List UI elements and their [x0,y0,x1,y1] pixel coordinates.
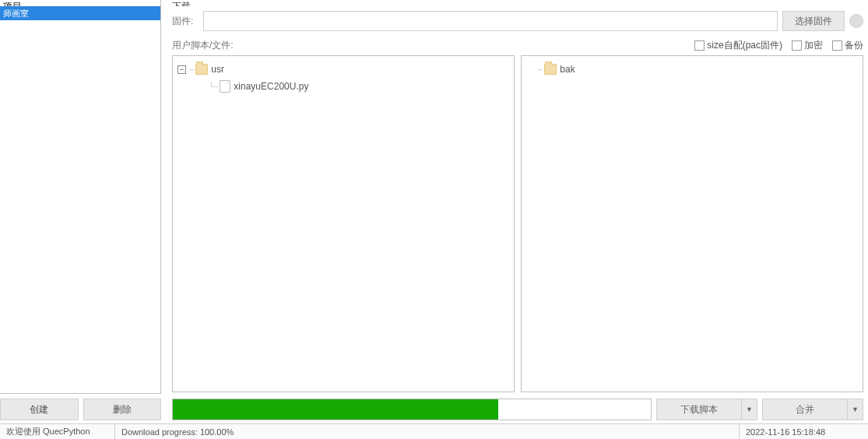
chevron-down-icon: ▼ [746,406,753,413]
firmware-row: 固件: 选择固件 [172,11,863,31]
checkbox-encrypt[interactable]: 加密 [792,39,823,52]
right-header-partial: 下载 [172,0,863,6]
firmware-label: 固件: [172,15,203,28]
checkbox-backup[interactable]: 备份 [832,39,863,52]
status-indicator-icon [849,14,863,28]
tree-dots-icon: ··· [538,65,542,74]
tree-node-root[interactable]: − ··· usr [177,61,509,78]
merge-dropdown-button[interactable]: ▼ [848,399,863,420]
folder-icon [544,64,557,75]
checkbox-icon [832,40,842,51]
checkbox-size-auto[interactable]: size自配(pac固件) [694,39,782,52]
tree-left[interactable]: − ··· usr └ ·· xinayuEC200U.py [172,55,515,392]
project-item-selected[interactable]: 师画室 [0,6,160,20]
download-script-button[interactable]: 下载脚本 [656,399,742,420]
left-panel: 项目 师画室 创建 删除 [0,0,161,420]
tree-node-label: usr [211,64,224,75]
merge-button[interactable]: 合并 [762,399,848,420]
status-bar: 欢迎使用 QuecPython Download progress: 100.0… [0,423,868,439]
tree-node-file[interactable]: └ ·· xinayuEC200U.py [209,78,509,95]
tree-dots-icon: ··· [189,65,193,74]
tree-node-label: xinayuEC200U.py [234,81,308,92]
checkbox-size-label: size自配(pac固件) [707,39,782,52]
firmware-input[interactable] [203,11,778,31]
select-firmware-button[interactable]: 选择固件 [782,11,845,31]
status-progress-text: Download progress: 100.00% [115,424,740,439]
tree-connector-icon: └ [209,82,215,91]
tree-node-root[interactable]: ··· bak [526,61,858,78]
checkbox-icon [792,40,802,51]
scriptfile-row: 用户脚本/文件: size自配(pac固件) 加密 备份 [172,39,863,52]
file-icon [220,80,230,93]
folder-icon [195,64,208,75]
checkbox-encrypt-label: 加密 [804,39,823,52]
tree-dots-icon: ·· [215,83,218,91]
status-timestamp: 2022-11-16 15:18:48 [740,424,868,439]
tree-right[interactable]: ··· bak [521,55,863,392]
tree-node-label: bak [560,64,575,75]
right-panel: 下载 固件: 选择固件 用户脚本/文件: size自配(pac固件) 加密 备份 [161,0,868,420]
status-welcome: 欢迎使用 QuecPython [0,424,115,439]
chevron-down-icon: ▼ [852,406,859,413]
progress-bar [172,399,652,420]
collapse-icon[interactable]: − [177,65,186,74]
progress-fill [173,399,498,420]
checkbox-backup-label: 备份 [845,39,863,52]
delete-button[interactable]: 删除 [83,399,162,420]
checkbox-icon [694,40,705,51]
scriptfile-label: 用户脚本/文件: [172,39,234,52]
project-list: 项目 师画室 [0,0,161,394]
create-button[interactable]: 创建 [0,399,79,420]
left-header-partial: 项目 [0,0,160,6]
download-dropdown-button[interactable]: ▼ [742,399,757,420]
